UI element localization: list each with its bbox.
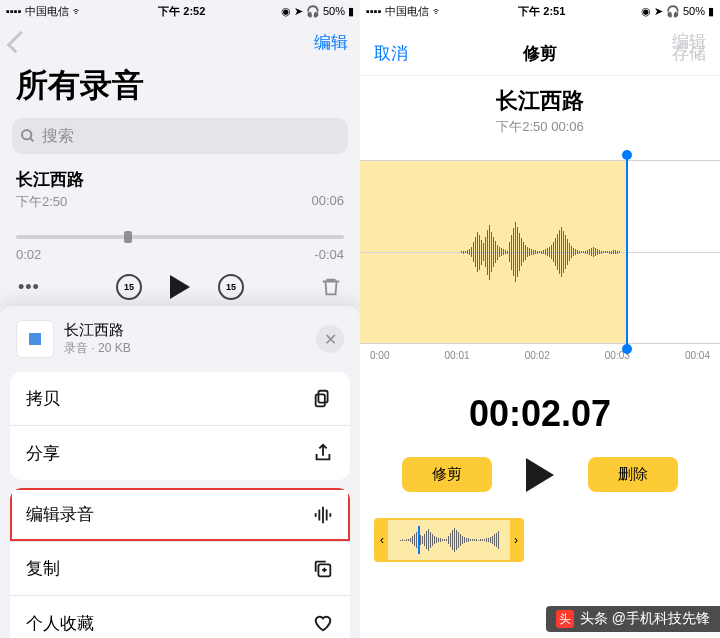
menu-copy[interactable]: 拷贝 xyxy=(10,372,350,426)
page-title: 所有录音 xyxy=(0,62,360,118)
svg-rect-2 xyxy=(318,390,327,402)
menu-label: 编辑录音 xyxy=(26,503,94,526)
ruler-tick: 00:04 xyxy=(685,350,710,361)
menu-group-1: 拷贝 分享 xyxy=(10,372,350,480)
credit-text: 头条 @手机科技先锋 xyxy=(580,610,710,628)
svg-point-0 xyxy=(22,130,31,139)
compass-icon: ◉ xyxy=(641,5,651,18)
trim-recording-sub: 下午2:50 00:06 xyxy=(360,118,720,136)
menu-label: 分享 xyxy=(26,442,60,465)
skip-back-button[interactable]: 15 xyxy=(116,274,142,300)
status-time: 下午 2:52 xyxy=(158,4,205,19)
toutiao-icon: 头 xyxy=(556,610,574,628)
menu-favorite[interactable]: 个人收藏 xyxy=(10,596,350,638)
playhead[interactable] xyxy=(626,155,628,349)
heart-icon xyxy=(312,612,334,634)
back-chevron-icon[interactable] xyxy=(7,31,30,54)
carrier-label: 中国电信 xyxy=(25,4,69,19)
compass-icon: ◉ xyxy=(281,5,291,18)
playback-controls: ••• 15 15 xyxy=(0,274,360,310)
scrub-remaining: -0:04 xyxy=(314,247,344,262)
signal-icon: ▪▪▪▪ xyxy=(366,5,382,17)
status-bar: ▪▪▪▪ 中国电信 ᯤ 下午 2:51 ◉ ➤ 🎧 50% ▮ xyxy=(360,0,720,22)
left-screenshot: ▪▪▪▪ 中国电信 ᯤ 下午 2:52 ◉ ➤ 🎧 50% ▮ 编辑 所有录音 … xyxy=(0,0,360,638)
headphone-icon: 🎧 xyxy=(666,5,680,18)
trim-button[interactable]: 修剪 xyxy=(402,457,492,492)
battery-icon: ▮ xyxy=(708,5,714,18)
battery-label: 50% xyxy=(683,5,705,17)
trim-handle-right[interactable]: › xyxy=(510,520,522,560)
close-icon: ✕ xyxy=(324,330,337,349)
battery-label: 50% xyxy=(323,5,345,17)
menu-duplicate[interactable]: 复制 xyxy=(10,542,350,596)
sheet-thumbnail xyxy=(16,320,54,358)
sheet-subtitle: 录音 · 20 KB xyxy=(64,340,306,357)
ruler-tick: 00:02 xyxy=(525,350,550,361)
trash-icon[interactable] xyxy=(320,276,342,298)
battery-icon: ▮ xyxy=(348,5,354,18)
recording-duration: 00:06 xyxy=(311,193,344,211)
scrubber-track[interactable] xyxy=(16,235,344,239)
right-screenshot: ▪▪▪▪ 中国电信 ᯤ 下午 2:51 ◉ ➤ 🎧 50% ▮ 编辑 取消 修剪… xyxy=(360,0,720,638)
menu-group-2: 编辑录音 复制 个人收藏 xyxy=(10,488,350,638)
location-icon: ➤ xyxy=(294,5,303,18)
copy-icon xyxy=(312,388,334,410)
trim-handle-left[interactable]: ‹ xyxy=(376,520,388,560)
more-icon[interactable]: ••• xyxy=(18,277,40,298)
menu-label: 拷贝 xyxy=(26,387,60,410)
waveform-icon xyxy=(312,504,334,526)
ruler-tick: 00:01 xyxy=(445,350,470,361)
share-sheet: 长江西路 录音 · 20 KB ✕ 拷贝 分享 编辑录音 复制 xyxy=(0,306,360,638)
waveform-icon xyxy=(25,329,45,349)
edit-button[interactable]: 编辑 xyxy=(314,31,348,54)
scrub-position: 0:02 xyxy=(16,247,41,262)
svg-line-1 xyxy=(30,138,33,141)
search-placeholder: 搜索 xyxy=(42,126,74,147)
wifi-icon: ᯤ xyxy=(72,5,83,17)
cancel-button[interactable]: 取消 xyxy=(374,42,408,65)
time-ruler: 0:00 00:01 00:02 00:03 00:04 xyxy=(360,344,720,367)
scrubber-knob[interactable] xyxy=(124,231,132,243)
status-bar: ▪▪▪▪ 中国电信 ᯤ 下午 2:52 ◉ ➤ 🎧 50% ▮ xyxy=(0,0,360,22)
mini-playhead[interactable] xyxy=(418,526,420,554)
headphone-icon: 🎧 xyxy=(306,5,320,18)
trim-nav-bar: 取消 修剪 存储 xyxy=(360,32,720,76)
location-icon: ➤ xyxy=(654,5,663,18)
signal-icon: ▪▪▪▪ xyxy=(6,5,22,17)
mini-scrubber[interactable]: ‹ › xyxy=(374,518,706,562)
nav-bar: 编辑 xyxy=(0,22,360,62)
status-time: 下午 2:51 xyxy=(518,4,565,19)
play-button[interactable] xyxy=(170,275,190,299)
skip-forward-button[interactable]: 15 xyxy=(218,274,244,300)
delete-button[interactable]: 删除 xyxy=(588,457,678,492)
share-icon xyxy=(312,442,334,464)
sheet-title: 长江西路 xyxy=(64,321,306,340)
recording-item[interactable]: 长江西路 下午2:50 00:06 xyxy=(0,154,360,221)
trim-nav-title: 修剪 xyxy=(523,42,557,65)
search-icon xyxy=(20,128,36,144)
current-time-display: 00:02.07 xyxy=(360,393,720,435)
scrubber-times: 0:02 -0:04 xyxy=(0,243,360,274)
trim-recording-title: 长江西路 xyxy=(360,86,720,116)
mini-waveform xyxy=(388,528,510,552)
wifi-icon: ᯤ xyxy=(432,5,443,17)
menu-share[interactable]: 分享 xyxy=(10,426,350,480)
ruler-tick: 0:00 xyxy=(370,350,389,361)
menu-label: 复制 xyxy=(26,557,60,580)
carrier-label: 中国电信 xyxy=(385,4,429,19)
search-input[interactable]: 搜索 xyxy=(12,118,348,154)
play-button[interactable] xyxy=(526,458,554,492)
recording-title: 长江西路 xyxy=(16,168,344,191)
recording-time: 下午2:50 xyxy=(16,193,67,211)
close-button[interactable]: ✕ xyxy=(316,325,344,353)
svg-rect-3 xyxy=(316,394,325,406)
waveform-bars xyxy=(360,161,720,343)
waveform-area[interactable] xyxy=(360,160,720,344)
trim-controls: 修剪 删除 xyxy=(360,457,720,492)
menu-edit-recording[interactable]: 编辑录音 xyxy=(10,488,350,542)
menu-label: 个人收藏 xyxy=(26,612,94,635)
edit-label-behind: 编辑 xyxy=(672,30,706,53)
duplicate-icon xyxy=(312,558,334,580)
credit-watermark: 头 头条 @手机科技先锋 xyxy=(546,606,720,632)
